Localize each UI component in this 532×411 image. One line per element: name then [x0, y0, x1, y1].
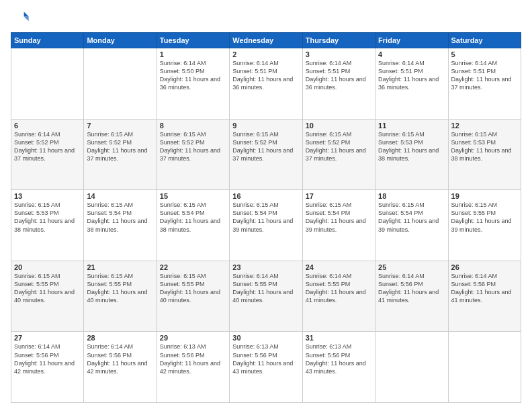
- day-number: 19: [451, 192, 518, 200]
- day-info: Sunrise: 6:14 AM Sunset: 5:51 PM Dayligh…: [306, 59, 372, 92]
- svg-marker-0: [24, 12, 29, 17]
- day-number: 30: [232, 334, 299, 342]
- calendar-day-cell: 5Sunrise: 6:14 AM Sunset: 5:51 PM Daylig…: [448, 48, 521, 120]
- day-info: Sunrise: 6:14 AM Sunset: 5:51 PM Dayligh…: [451, 59, 518, 92]
- day-info: Sunrise: 6:15 AM Sunset: 5:54 PM Dayligh…: [378, 201, 445, 234]
- calendar-week-row: 1Sunrise: 6:14 AM Sunset: 5:50 PM Daylig…: [11, 48, 521, 120]
- day-info: Sunrise: 6:15 AM Sunset: 5:54 PM Dayligh…: [87, 201, 153, 234]
- day-number: 5: [451, 50, 518, 58]
- day-info: Sunrise: 6:14 AM Sunset: 5:56 PM Dayligh…: [451, 272, 518, 305]
- day-number: 18: [378, 192, 445, 200]
- day-info: Sunrise: 6:15 AM Sunset: 5:54 PM Dayligh…: [306, 201, 372, 234]
- calendar-day-cell: 13Sunrise: 6:15 AM Sunset: 5:53 PM Dayli…: [11, 190, 84, 261]
- day-number: 1: [160, 50, 226, 58]
- calendar-day-cell: 18Sunrise: 6:15 AM Sunset: 5:54 PM Dayli…: [375, 190, 448, 261]
- day-info: Sunrise: 6:15 AM Sunset: 5:55 PM Dayligh…: [14, 272, 81, 305]
- calendar-day-cell: [11, 48, 84, 120]
- calendar-day-cell: 25Sunrise: 6:14 AM Sunset: 5:56 PM Dayli…: [375, 261, 448, 332]
- day-number: 21: [87, 263, 153, 271]
- day-info: Sunrise: 6:15 AM Sunset: 5:53 PM Dayligh…: [14, 201, 81, 234]
- day-number: 8: [160, 122, 226, 130]
- day-info: Sunrise: 6:14 AM Sunset: 5:50 PM Dayligh…: [160, 59, 226, 92]
- day-info: Sunrise: 6:15 AM Sunset: 5:54 PM Dayligh…: [232, 201, 299, 234]
- day-info: Sunrise: 6:15 AM Sunset: 5:55 PM Dayligh…: [451, 201, 518, 234]
- calendar-day-cell: 26Sunrise: 6:14 AM Sunset: 5:56 PM Dayli…: [448, 261, 521, 332]
- day-info: Sunrise: 6:14 AM Sunset: 5:56 PM Dayligh…: [378, 272, 445, 305]
- calendar-day-cell: 11Sunrise: 6:15 AM Sunset: 5:53 PM Dayli…: [375, 119, 448, 190]
- day-number: 24: [306, 263, 372, 271]
- calendar-day-header: Wednesday: [230, 33, 302, 48]
- day-number: 9: [232, 122, 299, 130]
- calendar-day-cell: 30Sunrise: 6:13 AM Sunset: 5:56 PM Dayli…: [230, 332, 302, 403]
- day-number: 28: [87, 334, 153, 342]
- calendar-day-cell: 12Sunrise: 6:15 AM Sunset: 5:53 PM Dayli…: [448, 119, 521, 190]
- day-number: 3: [306, 50, 372, 58]
- day-info: Sunrise: 6:15 AM Sunset: 5:52 PM Dayligh…: [160, 130, 226, 163]
- calendar-day-cell: 28Sunrise: 6:14 AM Sunset: 5:56 PM Dayli…: [84, 332, 157, 403]
- header: [11, 8, 521, 27]
- day-info: Sunrise: 6:15 AM Sunset: 5:53 PM Dayligh…: [451, 130, 518, 163]
- calendar-day-cell: 15Sunrise: 6:15 AM Sunset: 5:54 PM Dayli…: [157, 190, 229, 261]
- calendar-day-header: Monday: [84, 33, 157, 48]
- day-info: Sunrise: 6:15 AM Sunset: 5:53 PM Dayligh…: [378, 130, 445, 163]
- calendar-day-cell: [375, 332, 448, 403]
- day-info: Sunrise: 6:15 AM Sunset: 5:52 PM Dayligh…: [306, 130, 372, 163]
- day-number: 14: [87, 192, 153, 200]
- calendar-day-header: Thursday: [302, 33, 375, 48]
- calendar-day-cell: [84, 48, 157, 120]
- day-info: Sunrise: 6:15 AM Sunset: 5:52 PM Dayligh…: [232, 130, 299, 163]
- day-info: Sunrise: 6:14 AM Sunset: 5:52 PM Dayligh…: [14, 130, 81, 163]
- logo-icon: [11, 8, 30, 27]
- day-info: Sunrise: 6:14 AM Sunset: 5:55 PM Dayligh…: [306, 272, 372, 305]
- day-number: 23: [232, 263, 299, 271]
- day-info: Sunrise: 6:14 AM Sunset: 5:55 PM Dayligh…: [232, 272, 299, 305]
- calendar-day-header: Sunday: [11, 33, 84, 48]
- calendar-day-cell: 19Sunrise: 6:15 AM Sunset: 5:55 PM Dayli…: [448, 190, 521, 261]
- calendar-day-cell: 6Sunrise: 6:14 AM Sunset: 5:52 PM Daylig…: [11, 119, 84, 190]
- day-number: 7: [87, 122, 153, 130]
- svg-marker-1: [24, 17, 29, 21]
- calendar-day-cell: 20Sunrise: 6:15 AM Sunset: 5:55 PM Dayli…: [11, 261, 84, 332]
- day-info: Sunrise: 6:14 AM Sunset: 5:51 PM Dayligh…: [232, 59, 299, 92]
- day-number: 12: [451, 122, 518, 130]
- day-info: Sunrise: 6:15 AM Sunset: 5:55 PM Dayligh…: [87, 272, 153, 305]
- day-number: 22: [160, 263, 226, 271]
- calendar-day-cell: 4Sunrise: 6:14 AM Sunset: 5:51 PM Daylig…: [375, 48, 448, 120]
- calendar-day-cell: [448, 332, 521, 403]
- calendar-day-cell: 23Sunrise: 6:14 AM Sunset: 5:55 PM Dayli…: [230, 261, 302, 332]
- day-number: 29: [160, 334, 226, 342]
- calendar-day-cell: 3Sunrise: 6:14 AM Sunset: 5:51 PM Daylig…: [302, 48, 375, 120]
- day-info: Sunrise: 6:13 AM Sunset: 5:56 PM Dayligh…: [306, 342, 372, 375]
- calendar-table: SundayMondayTuesdayWednesdayThursdayFrid…: [11, 32, 521, 403]
- calendar-day-cell: 8Sunrise: 6:15 AM Sunset: 5:52 PM Daylig…: [157, 119, 229, 190]
- day-info: Sunrise: 6:13 AM Sunset: 5:56 PM Dayligh…: [232, 342, 299, 375]
- calendar-day-cell: 22Sunrise: 6:15 AM Sunset: 5:55 PM Dayli…: [157, 261, 229, 332]
- day-number: 11: [378, 122, 445, 130]
- calendar-day-cell: 16Sunrise: 6:15 AM Sunset: 5:54 PM Dayli…: [230, 190, 302, 261]
- day-number: 17: [306, 192, 372, 200]
- calendar-day-cell: 31Sunrise: 6:13 AM Sunset: 5:56 PM Dayli…: [302, 332, 375, 403]
- calendar-week-row: 13Sunrise: 6:15 AM Sunset: 5:53 PM Dayli…: [11, 190, 521, 261]
- logo: [11, 8, 32, 27]
- day-info: Sunrise: 6:14 AM Sunset: 5:56 PM Dayligh…: [87, 342, 153, 375]
- day-number: 13: [14, 192, 81, 200]
- calendar-day-cell: 21Sunrise: 6:15 AM Sunset: 5:55 PM Dayli…: [84, 261, 157, 332]
- day-info: Sunrise: 6:14 AM Sunset: 5:56 PM Dayligh…: [14, 342, 81, 375]
- calendar-week-row: 6Sunrise: 6:14 AM Sunset: 5:52 PM Daylig…: [11, 119, 521, 190]
- calendar-day-cell: 24Sunrise: 6:14 AM Sunset: 5:55 PM Dayli…: [302, 261, 375, 332]
- calendar-day-cell: 14Sunrise: 6:15 AM Sunset: 5:54 PM Dayli…: [84, 190, 157, 261]
- day-number: 10: [306, 122, 372, 130]
- calendar-day-cell: 7Sunrise: 6:15 AM Sunset: 5:52 PM Daylig…: [84, 119, 157, 190]
- page: SundayMondayTuesdayWednesdayThursdayFrid…: [0, 0, 532, 411]
- day-info: Sunrise: 6:15 AM Sunset: 5:52 PM Dayligh…: [87, 130, 153, 163]
- day-number: 6: [14, 122, 81, 130]
- calendar-day-cell: 27Sunrise: 6:14 AM Sunset: 5:56 PM Dayli…: [11, 332, 84, 403]
- day-number: 20: [14, 263, 81, 271]
- day-info: Sunrise: 6:15 AM Sunset: 5:55 PM Dayligh…: [160, 272, 226, 305]
- calendar-day-header: Friday: [375, 33, 448, 48]
- calendar-day-header: Saturday: [448, 33, 521, 48]
- day-number: 27: [14, 334, 81, 342]
- calendar-day-cell: 17Sunrise: 6:15 AM Sunset: 5:54 PM Dayli…: [302, 190, 375, 261]
- day-number: 16: [232, 192, 299, 200]
- calendar-day-cell: 1Sunrise: 6:14 AM Sunset: 5:50 PM Daylig…: [157, 48, 229, 120]
